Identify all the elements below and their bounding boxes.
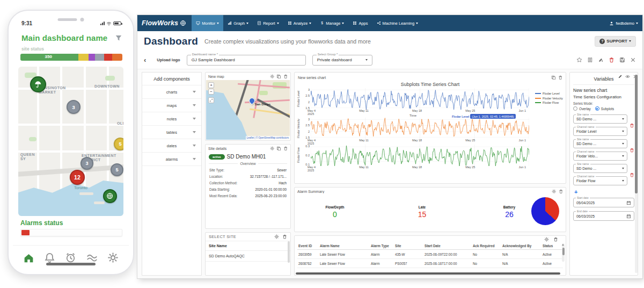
trash-icon[interactable] (282, 234, 287, 239)
table-row[interactable]: 2603959Late Sewer FlowAlarm435-W2025-06-… (297, 250, 563, 259)
component-dates[interactable]: dates (142, 139, 201, 153)
nav-item-machine-learning[interactable]: Machine Learning (372, 15, 423, 31)
user-menu[interactable]: fwdbdemo (609, 21, 638, 26)
copy-icon[interactable] (276, 74, 281, 79)
alarm-summary-title: Alarm Summary (297, 190, 550, 193)
nav-item-graph[interactable]: Graph (223, 15, 253, 31)
trash-icon[interactable] (559, 189, 564, 194)
map-cluster-marker[interactable]: 3 (80, 157, 93, 170)
calendar-icon[interactable] (626, 200, 631, 205)
delete-icon[interactable] (609, 57, 614, 63)
zoom-out-button[interactable]: − (208, 89, 214, 95)
leaflet-map[interactable]: San Diego + − Leaflet | © OpenStreetMap … (206, 80, 290, 140)
map-cluster-marker[interactable]: 5 (111, 163, 123, 176)
gear-icon[interactable] (274, 234, 279, 239)
remove-series-icon[interactable] (630, 123, 634, 128)
gear-icon[interactable] (270, 74, 275, 79)
remove-series-icon[interactable] (630, 148, 634, 153)
nav-item-apps[interactable]: Apps (348, 15, 372, 31)
upload-logo-button[interactable]: Upload logo (157, 57, 180, 62)
end-date-field[interactable]: End date 06/03/2025 (573, 211, 634, 221)
legend-entry[interactable]: Flodar Flow (535, 101, 563, 104)
component-charts[interactable]: charts (142, 85, 201, 99)
support-button[interactable]: ?SUPPORT (595, 36, 636, 47)
alarm-clock-icon[interactable] (65, 252, 76, 263)
site-name-select[interactable]: Site nameSD Demo ... (573, 164, 627, 173)
zoom-in-button[interactable]: + (208, 82, 214, 88)
add-series-button[interactable]: + (574, 189, 634, 195)
select-group-dropdown[interactable]: Select Group * Private dashboard (312, 55, 372, 66)
y-axis-label: Flodar Velocity (297, 118, 302, 139)
alarm-pie-chart[interactable] (531, 197, 559, 225)
variables-scrollbar[interactable] (635, 75, 638, 273)
gear-icon[interactable] (544, 237, 549, 242)
back-chevron[interactable]: ‹ (144, 56, 146, 64)
trash-icon[interactable] (558, 75, 563, 80)
nav-item-monitor[interactable]: Monitor (192, 15, 223, 31)
scrollbar[interactable] (288, 241, 290, 263)
legend-entry[interactable]: Flodar Level (535, 92, 563, 95)
copy-icon[interactable] (551, 75, 556, 80)
save-icon[interactable] (619, 57, 625, 63)
alarms-status-bar (20, 229, 122, 236)
series-mode-label: Series Mode: (573, 102, 634, 105)
trash-icon[interactable] (553, 237, 558, 242)
nav-item-analyze[interactable]: Analyze (283, 15, 316, 31)
close-icon[interactable] (630, 57, 636, 63)
dashboard-name-field[interactable]: Dashboard name * GJ Sample Dashboard (187, 55, 306, 66)
legend-entry[interactable]: Flodar Velocity (535, 97, 563, 100)
map-cluster-marker[interactable]: 5 (114, 138, 123, 150)
line-plot[interactable] (311, 145, 529, 166)
eye-icon[interactable] (625, 74, 630, 79)
site-list-item[interactable]: SD Demo AutoQAQC (206, 251, 290, 262)
flowworks-logo[interactable]: FlowWorks (142, 19, 186, 27)
desktop-app: FlowWorks Monitor Graph Report Analyze M… (137, 15, 642, 278)
gear-icon[interactable] (107, 252, 119, 263)
map-cluster-marker[interactable]: 12 (70, 170, 85, 185)
umbrella-marker-icon[interactable] (30, 76, 46, 92)
bell-icon[interactable] (44, 252, 55, 263)
subplot-flodar-flow: Flodar Flow 0.30.20.1 May 4 2025May 11Ma… (297, 145, 529, 171)
component-maps[interactable]: maps (142, 99, 201, 112)
site-name-select[interactable]: Site nameSD Demo ... (573, 114, 627, 124)
table-vertical-scrollbar[interactable] (562, 243, 565, 262)
globe-marker-icon[interactable] (103, 189, 117, 203)
copy-icon[interactable] (276, 146, 281, 151)
table-row[interactable]: 2608762Late Sewer FlowAlarmPS00572025-06… (297, 259, 563, 268)
paint-icon[interactable] (598, 57, 604, 63)
nav-item-report[interactable]: Report (253, 15, 283, 31)
gear-icon[interactable] (270, 146, 275, 151)
pencil-icon[interactable] (618, 74, 623, 79)
remove-series-icon[interactable] (630, 172, 634, 177)
start-date-field[interactable]: Start date 05/04/2025 (573, 198, 634, 207)
expand-map-button[interactable] (208, 97, 214, 103)
channel-name-select[interactable]: Channel nameFlodar Level (573, 127, 627, 136)
channel-name-select[interactable]: Channel nameFlodar Velo... (573, 152, 627, 161)
channel-name-select[interactable]: Channel nameFlodar Flow (573, 176, 627, 185)
map-cluster-marker[interactable]: 3 (67, 100, 80, 114)
trash-icon[interactable] (283, 74, 288, 79)
filter-funnel-icon[interactable] (115, 34, 122, 42)
radio-overlay[interactable]: Overlay (573, 106, 591, 111)
line-plot[interactable] (311, 118, 529, 139)
gear-icon[interactable] (552, 189, 557, 194)
chart-card-title: New series chart (298, 76, 549, 80)
calendar-icon[interactable] (626, 214, 631, 219)
wifi-icon (106, 21, 112, 26)
dashboard-toolbar: ‹ Upload logo Dashboard name * GJ Sample… (137, 51, 642, 69)
line-plot[interactable] (311, 88, 529, 110)
star-icon[interactable] (576, 57, 582, 63)
component-notes[interactable]: notes (142, 112, 201, 126)
trash-icon[interactable] (283, 146, 288, 151)
columns-icon[interactable] (587, 57, 593, 63)
site-name-column-header: Site Name (206, 241, 290, 251)
component-alarms[interactable]: alarms (142, 153, 201, 166)
site-name-select[interactable]: Site nameSD Demo ... (573, 139, 627, 148)
home-icon[interactable] (23, 252, 34, 263)
waves-icon[interactable] (86, 252, 98, 263)
table-horizontal-scrollbar[interactable] (296, 272, 560, 275)
phone-map[interactable]: KENSINGTON MARKETDOWNTOWNOLDQUEEN SYENTE… (18, 67, 123, 216)
component-tables[interactable]: tables (142, 126, 201, 139)
radio-subplots[interactable]: Subplots (595, 106, 614, 111)
nav-item-manage[interactable]: Manage (316, 15, 348, 31)
